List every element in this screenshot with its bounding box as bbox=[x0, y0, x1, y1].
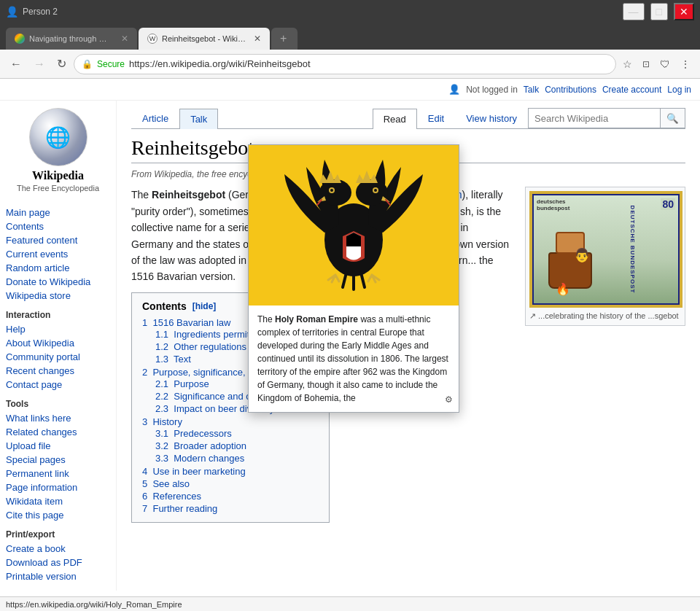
search-box: 🔍 bbox=[528, 108, 685, 128]
minimize-button[interactable]: — bbox=[623, 3, 645, 20]
tab-article[interactable]: Article bbox=[131, 108, 179, 128]
log-in-link[interactable]: Log in bbox=[667, 85, 691, 95]
wiki-user-bar: 👤 Not logged in Talk Contributions Creat… bbox=[0, 79, 700, 101]
tab-talk[interactable]: Talk bbox=[179, 109, 218, 129]
sidebar-item-donate[interactable]: Donate to Wikipedia bbox=[6, 275, 110, 289]
tab-2-favicon: W bbox=[147, 34, 158, 44]
toc-item-5: 5 See also bbox=[142, 478, 319, 490]
holy-roman-empire-popup: The Holy Roman Empire was a multi-ethnic… bbox=[248, 144, 459, 413]
create-account-link[interactable]: Create account bbox=[602, 85, 661, 95]
sidebar-item-about[interactable]: About Wikipedia bbox=[6, 336, 110, 350]
sidebar-item-create-book[interactable]: Create a book bbox=[6, 542, 110, 556]
nav-extra-btn[interactable]: ⊡ bbox=[639, 57, 653, 71]
toc-link-1-2[interactable]: 1.2 Other regulations bbox=[155, 341, 246, 352]
sidebar-item-random-article[interactable]: Random article bbox=[6, 261, 110, 275]
address-bar[interactable]: 🔒 Secure https://en.wikipedia.org/wiki/R… bbox=[74, 54, 616, 74]
back-button[interactable]: ← bbox=[6, 55, 26, 74]
sidebar-item-upload[interactable]: Upload file bbox=[6, 439, 110, 453]
tab-2[interactable]: W Reinheitsgebot - Wikipe... ✕ bbox=[139, 28, 270, 50]
sidebar-item-wikidata[interactable]: Wikidata item bbox=[6, 494, 110, 508]
toc-link-6[interactable]: 6 References bbox=[142, 491, 201, 502]
toc-link-1[interactable]: 1 1516 Bavarian law bbox=[142, 317, 230, 328]
sidebar-item-store[interactable]: Wikipedia store bbox=[6, 289, 110, 303]
term-bold: Reinheitsgebot bbox=[152, 189, 225, 201]
wiki-sphere: 🌐 bbox=[29, 108, 88, 166]
tab-1-favicon bbox=[15, 34, 25, 44]
sidebar-print-export: Print/export Create a book Download as P… bbox=[6, 529, 110, 583]
toc-link-5[interactable]: 5 See also bbox=[142, 478, 190, 489]
popup-bold-term: Holy Roman Empire bbox=[275, 314, 358, 324]
wiki-logo: 🌐 Wikipedia The Free Encyclopedia bbox=[6, 108, 110, 198]
sidebar-item-download-pdf[interactable]: Download as PDF bbox=[6, 556, 110, 569]
sidebar-item-what-links[interactable]: What links here bbox=[6, 411, 110, 425]
new-tab-icon: + bbox=[280, 32, 287, 45]
toc-item-7: 7 Further reading bbox=[142, 502, 319, 515]
interaction-title: Interaction bbox=[6, 310, 110, 320]
tab-1[interactable]: Navigating through Wiki... ✕ bbox=[6, 28, 137, 50]
toc-link-7[interactable]: 7 Further reading bbox=[142, 503, 217, 514]
sidebar-item-cite[interactable]: Cite this page bbox=[6, 508, 110, 522]
talk-link[interactable]: Talk bbox=[524, 85, 539, 95]
sidebar-item-permanent[interactable]: Permanent link bbox=[6, 467, 110, 480]
toc-link-1-3[interactable]: 1.3 Text bbox=[155, 354, 191, 365]
wiki-title-text: Wikipedia bbox=[6, 169, 110, 182]
tab-2-close[interactable]: ✕ bbox=[254, 34, 261, 44]
sidebar-item-contact[interactable]: Contact page bbox=[6, 378, 110, 392]
toc-link-3[interactable]: 3 History bbox=[142, 416, 182, 427]
close-button[interactable]: ✕ bbox=[674, 3, 694, 20]
toc-link-3-1[interactable]: 3.1 Predecessors bbox=[155, 428, 232, 439]
sidebar-item-featured-content[interactable]: Featured content bbox=[6, 233, 110, 247]
reload-button[interactable]: ↻ bbox=[52, 54, 71, 74]
tab-1-close[interactable]: ✕ bbox=[121, 34, 128, 44]
sidebar-tools: Tools What links here Related changes Up… bbox=[6, 399, 110, 522]
toc-link-4[interactable]: 4 Use in beer marketing bbox=[142, 466, 246, 477]
toc-link-2-1[interactable]: 2.1 Purpose bbox=[155, 378, 209, 389]
tab-1-label: Navigating through Wiki... bbox=[29, 34, 114, 43]
sidebar-item-printable[interactable]: Printable version bbox=[6, 569, 110, 583]
toc-link-3-2[interactable]: 3.2 Broader adoption bbox=[155, 440, 246, 451]
search-input[interactable] bbox=[529, 109, 660, 128]
bookmark-star-icon[interactable]: ☆ bbox=[619, 56, 636, 72]
toc-link-1-1[interactable]: 1.1 Ingredients permitted bbox=[155, 329, 262, 340]
browser-window: 👤 Person 2 — □ ✕ Navigating through Wiki… bbox=[0, 0, 700, 596]
sidebar-item-community[interactable]: Community portal bbox=[6, 350, 110, 364]
secure-label: Secure bbox=[97, 59, 125, 69]
not-logged-in: Not logged in bbox=[466, 85, 518, 95]
sidebar-interaction: Interaction Help About Wikipedia Communi… bbox=[6, 310, 110, 392]
forward-button[interactable]: → bbox=[29, 55, 50, 74]
tab-view-history[interactable]: View history bbox=[455, 108, 528, 128]
popup-gear-button[interactable]: ⚙ bbox=[445, 393, 453, 406]
title-bar: 👤 Person 2 — □ ✕ bbox=[0, 0, 700, 23]
tab-3[interactable]: + bbox=[271, 28, 298, 50]
sidebar-item-related-changes[interactable]: Related changes bbox=[6, 425, 110, 439]
sidebar-item-special-pages[interactable]: Special pages bbox=[6, 453, 110, 467]
menu-btn[interactable]: ⋮ bbox=[677, 56, 694, 72]
wiki-main: 🌐 Wikipedia The Free Encyclopedia Main p… bbox=[0, 101, 700, 591]
print-title: Print/export bbox=[6, 529, 110, 540]
popup-text-content: The Holy Roman Empire was a multi-ethnic… bbox=[249, 306, 459, 412]
toc-hide-button[interactable]: [hide] bbox=[192, 301, 217, 311]
sidebar: 🌐 Wikipedia The Free Encyclopedia Main p… bbox=[0, 101, 117, 591]
toc-link-3-3[interactable]: 3.3 Modern changes bbox=[155, 453, 244, 464]
article-thumbnail: deutschesbundespost 80 🔥 👨 bbox=[525, 187, 685, 326]
toc-item-4: 4 Use in beer marketing bbox=[142, 465, 319, 478]
svg-point-4 bbox=[330, 189, 333, 192]
sidebar-item-page-info[interactable]: Page information bbox=[6, 480, 110, 494]
user-icon: 👤 bbox=[448, 84, 460, 95]
contributions-link[interactable]: Contributions bbox=[545, 85, 596, 95]
maximize-button[interactable]: □ bbox=[650, 3, 668, 20]
sidebar-item-help[interactable]: Help bbox=[6, 322, 110, 336]
extensions-icon[interactable]: 🛡 bbox=[656, 56, 674, 72]
tab-read[interactable]: Read bbox=[373, 109, 417, 129]
sidebar-item-recent-changes[interactable]: Recent changes bbox=[6, 364, 110, 378]
search-button[interactable]: 🔍 bbox=[660, 109, 685, 128]
thumb-caption: ↗ ...celebrating the history of the ...s… bbox=[529, 311, 681, 322]
svg-point-6 bbox=[374, 189, 377, 192]
sidebar-item-current-events[interactable]: Current events bbox=[6, 247, 110, 261]
sidebar-item-contents[interactable]: Contents bbox=[6, 219, 110, 233]
sidebar-item-main-page[interactable]: Main page bbox=[6, 206, 110, 219]
toc-item-6: 6 References bbox=[142, 490, 319, 502]
lock-icon: 🔒 bbox=[82, 59, 93, 69]
tab-edit[interactable]: Edit bbox=[417, 108, 455, 128]
sidebar-nav: Main page Contents Featured content Curr… bbox=[6, 206, 110, 303]
